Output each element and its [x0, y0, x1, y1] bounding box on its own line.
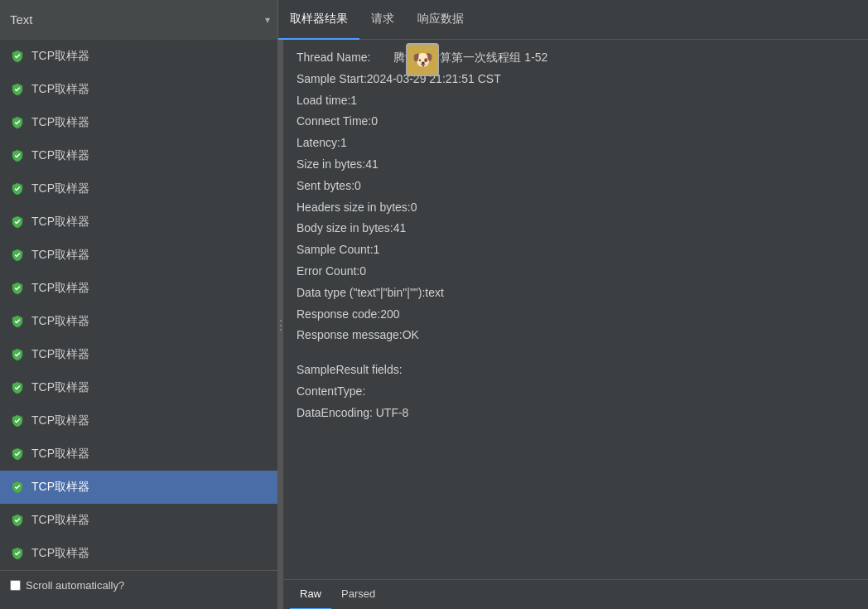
- shield-icon: [10, 314, 25, 329]
- result-field: Body size in bytes:41: [297, 219, 855, 239]
- list-item[interactable]: TCP取样器: [0, 40, 277, 73]
- list-item-label: TCP取样器: [31, 82, 89, 97]
- list-item-label: TCP取样器: [31, 49, 89, 64]
- bottom-tab-raw[interactable]: Raw: [290, 580, 331, 610]
- result-field: Sample Start:2024-03-29 21:21:51 CST: [297, 70, 855, 89]
- list-item-label: TCP取样器: [31, 513, 89, 528]
- result-content: Thread Name:腾讯云计算第一次线程组 1-52Sample Start…: [283, 40, 868, 579]
- tooltip-avatar: 🐶: [406, 43, 439, 76]
- list-item-label: TCP取样器: [31, 480, 89, 495]
- list-item[interactable]: TCP取样器: [0, 305, 277, 338]
- result-field: Error Count:0: [297, 262, 855, 282]
- shield-icon: [10, 380, 25, 395]
- list-item-label: TCP取样器: [31, 148, 89, 163]
- result-field: Headers size in bytes:0: [297, 198, 855, 218]
- result-field: Data type ("text"|"bin"|""):text: [297, 283, 855, 303]
- bottom-tabs: Raw Parsed: [283, 579, 868, 609]
- content-type-label: ContentType:: [297, 382, 855, 402]
- tab-request[interactable]: 请求: [359, 0, 406, 40]
- bottom-tab-parsed[interactable]: Parsed: [331, 580, 385, 610]
- top-bar: Text HTML JSON XML RegExp Tester ▾ 取样器结果…: [0, 0, 868, 40]
- scroll-auto-label[interactable]: Scroll automatically?: [26, 579, 124, 592]
- result-field: Connect Time:0: [297, 112, 855, 132]
- list-item-label: TCP取样器: [31, 413, 89, 428]
- list-item[interactable]: TCP取样器: [0, 471, 277, 504]
- list-item[interactable]: TCP取样器: [0, 504, 277, 537]
- result-field: Size in bytes:41: [297, 155, 855, 175]
- dropdown-wrapper[interactable]: Text HTML JSON XML RegExp Tester ▾: [0, 0, 278, 40]
- resize-divider[interactable]: [278, 40, 283, 609]
- shield-icon: [10, 248, 25, 263]
- list-item-label: TCP取样器: [31, 347, 89, 362]
- list-item[interactable]: TCP取样器: [0, 338, 277, 371]
- list-item-label: TCP取样器: [31, 281, 89, 296]
- shield-icon: [10, 49, 25, 64]
- tab-response-data[interactable]: 响应数据: [406, 0, 475, 40]
- shield-icon: [10, 447, 25, 462]
- list-item-label: TCP取样器: [31, 380, 89, 395]
- left-panel: TCP取样器 TCP取样器 TCP取样器 TCP取样器 TCP取样器 TCP取样…: [0, 40, 278, 609]
- shield-icon: [10, 181, 25, 196]
- list-section: TCP取样器 TCP取样器 TCP取样器 TCP取样器 TCP取样器 TCP取样…: [0, 40, 277, 570]
- result-field: Sent bytes:0: [297, 176, 855, 196]
- shield-icon: [10, 347, 25, 362]
- data-encoding-label: DataEncoding: UTF-8: [297, 404, 855, 423]
- result-field: Response message:OK: [297, 326, 855, 346]
- tabs-area: 取样器结果 请求 响应数据: [278, 0, 868, 40]
- list-item[interactable]: TCP取样器: [0, 205, 277, 239]
- shield-icon: [10, 215, 25, 230]
- shield-icon: [10, 82, 25, 97]
- list-item[interactable]: TCP取样器: [0, 73, 277, 106]
- list-item[interactable]: TCP取样器: [0, 371, 277, 404]
- list-item-label: TCP取样器: [31, 181, 89, 196]
- result-field: Load time:1: [297, 91, 855, 111]
- list-item-label: TCP取样器: [31, 447, 89, 462]
- scroll-auto-checkbox[interactable]: [10, 580, 21, 591]
- list-item[interactable]: TCP取样器: [0, 437, 277, 471]
- tab-sampler-result[interactable]: 取样器结果: [278, 0, 359, 40]
- list-item-label: TCP取样器: [31, 314, 89, 329]
- result-thread-name: Thread Name:腾讯云计算第一次线程组 1-52: [297, 48, 855, 68]
- list-item-label: TCP取样器: [31, 115, 89, 130]
- result-field: Response code:200: [297, 305, 855, 325]
- list-item[interactable]: TCP取样器: [0, 172, 277, 205]
- right-panel: Thread Name:腾讯云计算第一次线程组 1-52Sample Start…: [283, 40, 868, 609]
- list-item[interactable]: TCP取样器: [0, 404, 277, 437]
- list-item-label: TCP取样器: [31, 248, 89, 263]
- shield-icon: [10, 413, 25, 428]
- shield-icon: [10, 480, 25, 495]
- shield-icon: [10, 148, 25, 163]
- list-item[interactable]: TCP取样器: [0, 537, 277, 570]
- shield-icon: [10, 546, 25, 561]
- list-item[interactable]: TCP取样器: [0, 139, 277, 172]
- list-item-label: TCP取样器: [31, 215, 89, 230]
- app-container: Text HTML JSON XML RegExp Tester ▾ 取样器结果…: [0, 0, 868, 609]
- list-item[interactable]: TCP取样器: [0, 239, 277, 272]
- list-item[interactable]: TCP取样器: [0, 272, 277, 305]
- result-field: Sample Count:1: [297, 240, 855, 260]
- bottom-bar: Scroll automatically?: [0, 570, 277, 600]
- sample-result-label: SampleResult fields:: [297, 360, 855, 380]
- text-format-select[interactable]: Text HTML JSON XML RegExp Tester: [0, 0, 278, 40]
- main-content: TCP取样器 TCP取样器 TCP取样器 TCP取样器 TCP取样器 TCP取样…: [0, 40, 868, 609]
- list-item[interactable]: TCP取样器: [0, 106, 277, 139]
- shield-icon: [10, 513, 25, 528]
- list-item-label: TCP取样器: [31, 546, 89, 561]
- shield-icon: [10, 281, 25, 296]
- shield-icon: [10, 115, 25, 130]
- result-field: Latency:1: [297, 133, 855, 153]
